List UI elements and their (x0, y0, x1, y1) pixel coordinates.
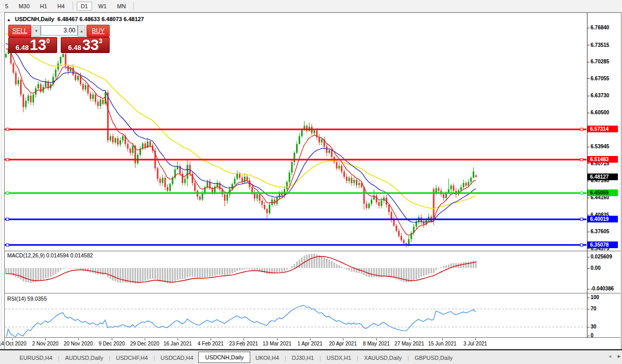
buy-price-big: 33 (82, 38, 99, 51)
sell-price-tile[interactable]: 6.48 13 0 (8, 37, 57, 53)
tab-usdx[interactable]: USDX,H1 (321, 353, 356, 362)
date-axis-tick (178, 338, 178, 340)
date-axis-tick (343, 338, 343, 340)
chart-symbol-label: USDCNH,Daily (15, 16, 54, 22)
price-axis-tick (588, 28, 590, 28)
rsi-axis-tick-label: 30 (591, 324, 596, 330)
volume-increase-button[interactable]: ▲ (78, 25, 86, 37)
price-axis-tick (588, 78, 590, 79)
date-axis-label: 16 Jan 2021 (163, 341, 192, 346)
line-anchor-knob[interactable] (580, 244, 583, 246)
tab-eurusd[interactable]: EURUSD,H4 (14, 353, 58, 362)
price-axis-tick-label: 6.76840 (591, 25, 609, 30)
collapse-triangle-icon[interactable]: ▲ (7, 18, 11, 22)
volume-input[interactable] (41, 25, 78, 36)
rsi-axis-tick-label: 100 (591, 294, 599, 300)
date-axis-tick (277, 338, 278, 340)
rsi-line[interactable] (6, 305, 476, 340)
pane-separator (4, 337, 620, 338)
price-axis-tick (588, 248, 590, 249)
date-axis-tick (376, 338, 377, 340)
line-anchor-knob[interactable] (6, 218, 9, 220)
chart-quote-values: 6.48467 6.48633 6.48073 6.48127 (58, 16, 144, 22)
macd-axis-tick (588, 257, 590, 257)
price-axis-tick-label: 6.60500 (591, 110, 609, 115)
one-click-trade-widget: SELL ▼ ▲ BUY 6.48 13 0 6.48 33 3 (8, 25, 110, 53)
macd-signal-line[interactable] (6, 256, 476, 282)
rsi-axis-tick-label: 70 (591, 306, 596, 311)
line-anchor-knob[interactable] (6, 128, 9, 131)
chart-title: ▲ USDCNH,Daily 6.48467 6.48633 6.48073 6… (7, 16, 144, 22)
price-level-tag: 6.45059 (588, 189, 618, 196)
line-anchor-knob[interactable] (580, 218, 583, 220)
rsi-label: RSI(14) 59.0355 (7, 296, 47, 302)
volume-decrease-button[interactable]: ▼ (32, 25, 41, 37)
buy-button[interactable]: BUY (87, 25, 110, 37)
macd-axis-tick-label: 0.00 (591, 265, 600, 271)
tab-usdchf[interactable]: USDCHF,H4 (111, 353, 153, 362)
price-level-tag: 6.35078 (588, 241, 618, 248)
tab-gbpusd[interactable]: GBPUSD,Daily (409, 353, 458, 362)
date-axis-label: 8 May 2021 (363, 341, 390, 346)
sell-price-prefix: 6.48 (15, 44, 28, 51)
date-axis-label: 14 Oct 2020 (0, 341, 26, 346)
tab-usdcnh[interactable]: USDCNH,Daily (198, 352, 250, 363)
macd-axis-tick-label: -0.040386 (591, 286, 614, 291)
tab-ukoil[interactable]: UKOil,H4 (250, 353, 284, 362)
line-anchor-knob[interactable] (580, 128, 583, 131)
tab-xauusd[interactable]: XAUUSD,Daily (359, 353, 407, 362)
tab-audusd[interactable]: AUDUSD,Daily (60, 353, 108, 362)
date-axis-tick (310, 338, 310, 340)
date-axis-tick (12, 338, 13, 340)
line-anchor-knob[interactable] (6, 244, 9, 246)
macd-axis-tick-label: 0.025609 (591, 254, 612, 259)
price-axis-tick (588, 181, 590, 181)
main-chart-canvas[interactable] (0, 0, 622, 364)
date-axis-tick (409, 338, 410, 340)
line-anchor-knob[interactable] (580, 159, 583, 161)
price-axis-tick (588, 62, 590, 62)
price-axis-tick-label: 6.37605 (591, 229, 609, 234)
macd-axis-tick (588, 268, 590, 269)
pane-separator[interactable] (4, 293, 620, 293)
date-axis-tick (244, 338, 244, 340)
buy-price-prefix: 6.48 (68, 44, 81, 51)
buy-price-sup: 3 (99, 38, 102, 44)
price-level-tag: 6.51483 (588, 156, 618, 163)
line-anchor-knob[interactable] (580, 192, 583, 194)
date-axis-label: 3 Jul 2021 (463, 341, 487, 346)
rsi-axis-tick (588, 336, 590, 336)
sell-button[interactable]: SELL (8, 25, 31, 37)
ma-mid-line[interactable] (6, 44, 476, 222)
tabs-scroll-right-icon[interactable]: ► (617, 354, 621, 359)
line-anchor-knob[interactable] (6, 159, 9, 161)
price-axis-tick-label: 6.73515 (591, 42, 609, 48)
candles-layer (5, 45, 477, 248)
tabs-scroll-left-icon[interactable]: ◄ (608, 354, 612, 359)
date-axis-label: 20 Nov 2020 (64, 341, 93, 346)
last-price-tag: 6.48127 (588, 174, 618, 180)
date-axis-label: 1 Apr 2021 (298, 341, 322, 346)
tab-usdcad[interactable]: USDCAD,H4 (156, 353, 199, 362)
pane-separator[interactable] (4, 251, 620, 251)
rsi-axis-tick (588, 298, 590, 298)
price-axis-tick-label: 6.53945 (591, 144, 609, 149)
date-axis-label: 29 Dec 2020 (130, 341, 160, 346)
ma-slow-line[interactable] (6, 33, 476, 209)
date-axis-tick (78, 338, 79, 340)
buy-price-tile[interactable]: 6.48 33 3 (61, 37, 110, 53)
rsi-axis-tick (588, 327, 590, 327)
price-axis-tick (588, 163, 590, 164)
date-axis-label: 4 Feb 2021 (198, 341, 224, 346)
macd-label: MACD(12,26,9) 0.014594 0.014582 (7, 252, 93, 258)
rsi-axis-tick-label: 0 (591, 333, 594, 338)
date-axis-label: 20 Apr 2021 (329, 341, 357, 346)
price-axis-tick (588, 232, 590, 232)
price-axis-tick (588, 147, 590, 147)
line-anchor-knob[interactable] (6, 192, 9, 194)
tab-dj30[interactable]: DJ30,H1 (287, 353, 319, 362)
date-axis-tick (45, 338, 46, 340)
price-axis-tick (588, 113, 590, 113)
date-axis-label: 15 Jun 2021 (428, 341, 456, 346)
symbol-tab-bar: EURUSD,H4|AUDUSD,Daily|USDCHF,H4|USDCAD,… (0, 350, 622, 364)
